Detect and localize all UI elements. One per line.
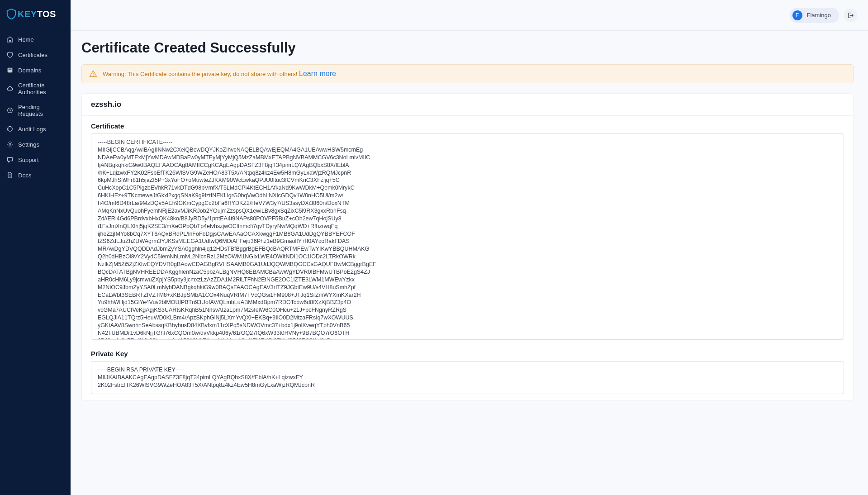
nav-pending-label: Pending Requests <box>18 104 64 117</box>
cloud-icon <box>6 85 14 92</box>
logout-button[interactable] <box>844 9 857 22</box>
private-key-label: Private Key <box>91 350 844 357</box>
nav-docs[interactable]: Docs <box>0 167 71 183</box>
nav-settings[interactable]: Settings <box>0 137 71 152</box>
history-icon <box>6 125 14 133</box>
certificate-textbox[interactable]: -----BEGIN CERTIFICATE----- MIIGljCCBAqg… <box>91 133 844 340</box>
nav-support[interactable]: Support <box>0 152 71 167</box>
chat-icon <box>6 156 14 163</box>
shield-icon <box>6 8 16 20</box>
private-key-textbox[interactable]: -----BEGIN RSA PRIVATE KEY----- MIIJKAIB… <box>91 361 844 394</box>
warning-text: Warning: This Certificate contains the p… <box>103 71 299 77</box>
user-menu[interactable]: F Flamingo <box>790 8 839 23</box>
nav-home-label: Home <box>18 36 34 43</box>
logo-tos: TOS <box>37 9 56 19</box>
avatar: F <box>792 10 802 20</box>
warning-banner: Warning: This Certificate contains the p… <box>81 64 854 83</box>
svg-point-5 <box>93 75 94 76</box>
nav-domains-label: Domains <box>18 67 41 74</box>
nav-pending[interactable]: Pending Requests <box>0 100 71 121</box>
warning-icon <box>89 70 97 78</box>
sidebar: KEYTOS Home Certificates Domains Certifi… <box>0 0 71 495</box>
nav-settings-label: Settings <box>18 141 39 148</box>
nav-certificates-label: Certificates <box>18 52 47 58</box>
logout-icon <box>847 12 854 19</box>
nav-domains[interactable]: Domains <box>0 62 71 78</box>
certificate-label: Certificate <box>91 122 844 130</box>
content[interactable]: Certificate Created Successfully Warning… <box>71 31 868 495</box>
panel-domain: ezssh.io <box>82 94 853 116</box>
svg-rect-1 <box>9 69 12 70</box>
domain-icon <box>6 67 14 74</box>
nav-home[interactable]: Home <box>0 32 71 47</box>
nav-certificates[interactable]: Certificates <box>0 47 71 62</box>
nav-cas[interactable]: Certificate Authorities <box>0 78 71 100</box>
nav-docs-label: Docs <box>18 172 32 179</box>
nav-audit[interactable]: Audit Logs <box>0 121 71 137</box>
main: F Flamingo Certificate Created Successfu… <box>71 0 868 495</box>
nav-cas-label: Certificate Authorities <box>18 82 64 95</box>
user-name: Flamingo <box>807 12 831 19</box>
nav-audit-label: Audit Logs <box>18 126 46 133</box>
page-title: Certificate Created Successfully <box>81 40 854 56</box>
nav-support-label: Support <box>18 157 39 163</box>
logo-key: KEY <box>18 9 37 19</box>
logo[interactable]: KEYTOS <box>0 0 71 28</box>
home-icon <box>6 36 14 43</box>
shield-icon <box>6 51 14 58</box>
svg-point-3 <box>9 143 11 145</box>
warning-link[interactable]: Learn more <box>299 70 336 77</box>
topbar: F Flamingo <box>71 0 868 31</box>
document-icon <box>6 171 14 179</box>
clock-icon <box>6 107 14 114</box>
svg-rect-0 <box>8 68 13 73</box>
gear-icon <box>6 141 14 148</box>
nav: Home Certificates Domains Certificate Au… <box>0 28 71 183</box>
certificate-panel: ezssh.io Certificate -----BEGIN CERTIFIC… <box>81 93 854 401</box>
